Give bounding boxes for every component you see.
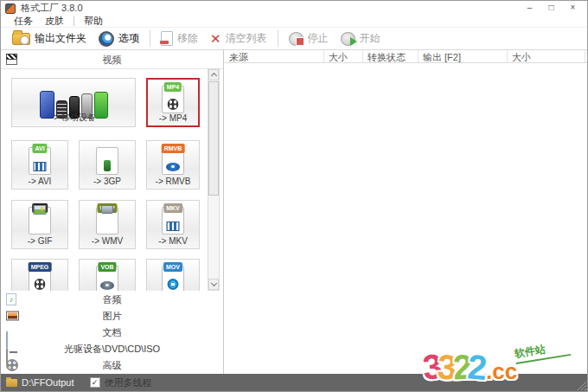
file-list-body[interactable]	[225, 63, 587, 374]
output-path-folder-icon[interactable]	[6, 379, 17, 387]
filmstrip-icon	[34, 162, 47, 171]
maximize-icon[interactable]: □	[540, 1, 562, 16]
clear-list-icon: ✕	[210, 32, 221, 45]
format-cell-mov[interactable]: MOV	[146, 259, 200, 291]
format-cell-rmvb[interactable]: RMVB -> RMVB	[146, 140, 200, 190]
output-path[interactable]: D:\FFOutput	[22, 377, 74, 388]
menu-bar: 任务 皮肤 帮助	[1, 16, 587, 28]
vob-file-icon: VOB	[96, 266, 118, 291]
start-label: 开始	[360, 31, 380, 46]
toolbar-separator	[278, 30, 278, 47]
disc-icon	[100, 281, 114, 290]
format-cell-mpeg[interactable]: MPEG	[11, 259, 68, 291]
category-document[interactable]: 文档	[1, 324, 223, 340]
file-list-panel: 来源 大小 转换状态 输出 [F2] 大小	[225, 50, 587, 374]
format-cell-mobile[interactable]: -> 移动设备	[11, 78, 136, 127]
3gp-file-icon	[96, 147, 118, 175]
menu-separator	[74, 16, 74, 26]
minimize-icon[interactable]: –	[519, 1, 540, 16]
format-badge: MPEG	[29, 262, 52, 272]
menu-help[interactable]: 帮助	[78, 15, 109, 28]
rmvb-file-icon: RMVB	[162, 147, 184, 175]
quicktime-icon	[168, 279, 179, 290]
format-label: -> WMV	[80, 236, 135, 246]
gif-file-icon: GIF	[29, 207, 51, 235]
format-badge: MOV	[163, 262, 182, 272]
format-label: -> AVI	[12, 177, 67, 186]
scrollbar-thumb[interactable]	[208, 81, 219, 196]
format-badge: MKV	[163, 203, 182, 213]
mpeg-file-icon: MPEG	[29, 266, 51, 291]
format-badge: AVI	[32, 144, 47, 153]
film-reel-icon	[35, 279, 46, 290]
mov-file-icon: MOV	[162, 266, 184, 291]
options-gear-icon	[99, 31, 114, 47]
format-cell-vob[interactable]: VOB	[79, 259, 136, 291]
stop-button[interactable]: 停止	[283, 29, 335, 48]
filmstrip-icon	[167, 222, 180, 231]
stop-label: 停止	[308, 31, 329, 46]
category-label: 图片	[1, 309, 223, 322]
window-title: 格式工厂 3.8.0	[21, 2, 83, 15]
format-badge: RMVB	[162, 144, 185, 153]
options-button[interactable]: 选项	[93, 29, 145, 48]
clear-list-label: 清空列表	[226, 31, 267, 46]
format-grid-scrollbar[interactable]	[208, 68, 220, 291]
camcorder-icon	[101, 205, 113, 214]
title-bar: 格式工厂 3.8.0 – □ ×	[1, 1, 587, 16]
disc-icon	[166, 163, 180, 171]
film-reel-icon	[168, 99, 179, 110]
scroll-down-arrow-icon[interactable]	[208, 279, 219, 290]
format-cell-wmv[interactable]: WMV -> WMV	[79, 200, 136, 249]
format-cell-mkv[interactable]: MKV -> MKV	[146, 200, 200, 249]
status-bar: D:\FFOutput ✓ 使用多线程	[1, 374, 587, 391]
category-advanced[interactable]: 高级	[1, 357, 223, 374]
column-output[interactable]: 输出 [F2]	[419, 50, 508, 62]
column-size[interactable]: 大小	[324, 50, 363, 62]
app-window: 格式工厂 3.8.0 – □ × 任务 皮肤 帮助 输出文件夹 选项 移除 ✕ …	[0, 0, 588, 392]
format-label: -> MKV	[147, 236, 199, 246]
resize-grip[interactable]	[577, 381, 586, 390]
picture-icon	[34, 205, 47, 215]
output-folder-label: 输出文件夹	[35, 31, 86, 46]
table-header: 来源 大小 转换状态 输出 [F2] 大小	[225, 50, 587, 63]
phone-icon	[104, 160, 111, 171]
format-badge: VOB	[98, 262, 116, 272]
column-source[interactable]: 来源	[225, 50, 324, 62]
menu-skin[interactable]: 皮肤	[39, 15, 70, 28]
scroll-up-arrow-icon[interactable]	[208, 69, 219, 80]
column-convert-state[interactable]: 转换状态	[363, 50, 419, 62]
format-label: -> 移动设备	[12, 112, 135, 124]
video-section-header[interactable]: 视频	[1, 50, 223, 69]
category-audio[interactable]: ♪ 音频	[1, 291, 223, 307]
category-optical[interactable]: 光驱设备\DVD\CD\ISO	[1, 341, 223, 357]
toolbar-separator	[150, 30, 150, 47]
format-cell-avi[interactable]: AVI -> AVI	[11, 140, 68, 190]
wmv-file-icon: WMV	[96, 207, 118, 235]
toolbar: 输出文件夹 选项 移除 ✕ 清空列表 停止 开始	[1, 28, 587, 50]
format-cell-mp4[interactable]: MP4 -> MP4	[146, 78, 200, 127]
format-badge: MP4	[164, 82, 182, 92]
checkmark-icon: ✓	[91, 378, 99, 388]
clear-list-button[interactable]: ✕ 清空列表	[204, 29, 273, 48]
start-button[interactable]: 开始	[335, 29, 387, 48]
format-cell-gif[interactable]: GIF -> GIF	[11, 200, 68, 249]
category-picture[interactable]: 图片	[1, 307, 223, 324]
close-icon[interactable]: ×	[562, 1, 584, 16]
multithread-label: 使用多线程	[105, 376, 152, 389]
multithread-checkbox[interactable]: ✓	[90, 377, 100, 388]
sidebar: 视频 -> 移动设备 MP4 -> MP4 AVI	[1, 50, 224, 374]
app-icon	[5, 3, 16, 14]
mkv-file-icon: MKV	[162, 207, 184, 235]
output-folder-button[interactable]: 输出文件夹	[6, 29, 93, 48]
video-section-label: 视频	[1, 54, 223, 67]
mp4-file-icon: MP4	[162, 86, 184, 113]
column-output-size[interactable]: 大小	[508, 50, 585, 62]
remove-button[interactable]: 移除	[155, 29, 204, 48]
menu-task[interactable]: 任务	[8, 15, 39, 28]
category-label: 高级	[1, 359, 223, 372]
format-grid: -> 移动设备 MP4 -> MP4 AVI -> AVI	[1, 69, 207, 291]
category-label: 光驱设备\DVD\CD\ISO	[1, 343, 223, 356]
format-cell-3gp[interactable]: -> 3GP	[79, 140, 136, 190]
stop-icon	[289, 32, 304, 46]
